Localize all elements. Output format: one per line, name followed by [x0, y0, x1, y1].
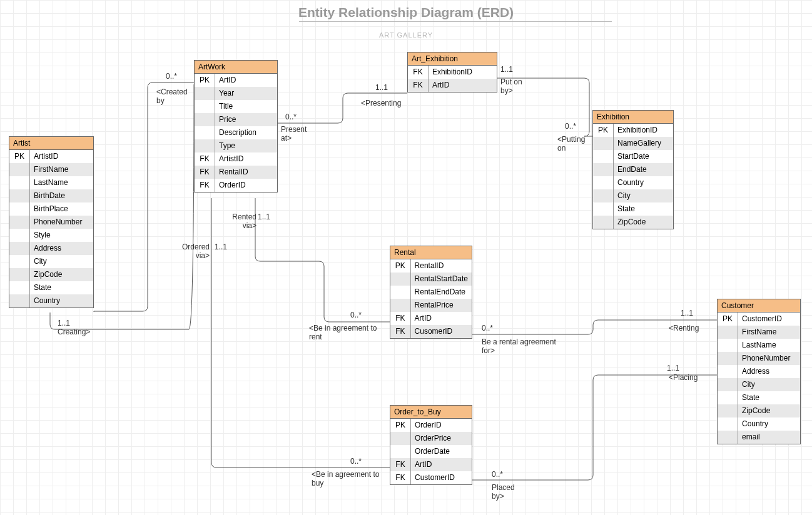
attr-cell: ZipCode [614, 216, 674, 229]
key-cell [593, 216, 614, 229]
card-artwork-artist: 0..* [166, 72, 177, 81]
attribute-row: RentalPrice [390, 299, 472, 312]
diagram-subtitle: ART GALLERY [0, 31, 812, 39]
attribute-row: LastName [9, 176, 93, 189]
key-cell [9, 242, 30, 255]
attr-cell: Price [215, 113, 278, 126]
card-buy-1: 0..* [350, 457, 362, 466]
attribute-row: Country [593, 176, 673, 189]
attr-cell: CustomerID [411, 471, 472, 484]
attribute-row: FKArtID [390, 458, 472, 471]
attribute-row: ZipCode [593, 216, 673, 229]
entity-artwork: ArtWork PKArtIDYearTitlePriceDescription… [194, 60, 278, 192]
key-cell: FK [195, 152, 215, 166]
key-cell [593, 137, 614, 150]
key-cell [718, 365, 738, 378]
card-rented: 1..1 [258, 212, 270, 221]
attribute-row: ZipCode [9, 268, 93, 281]
rel-putting-on: <Putting on [557, 135, 589, 152]
rel-ordered-via: Ordered via> [178, 242, 210, 260]
attribute-row: Style [9, 229, 93, 242]
attribute-row: Country [718, 418, 800, 431]
attribute-row: State [718, 391, 800, 404]
key-cell [390, 272, 410, 286]
key-cell [9, 281, 30, 294]
key-cell: PK [9, 150, 30, 163]
attr-cell: ArtistID [30, 150, 94, 163]
key-cell: PK [390, 419, 411, 432]
attr-cell: State [738, 391, 801, 404]
rel-present-at: Present at> [281, 125, 315, 142]
attr-cell: Country [614, 176, 674, 189]
key-cell [9, 163, 30, 176]
key-cell [593, 163, 614, 176]
attr-cell: ZipCode [738, 404, 801, 418]
entity-order-header: Order_to_Buy [390, 406, 472, 419]
key-cell [390, 299, 410, 312]
attr-cell: OrderDate [411, 445, 472, 458]
attribute-row: PKArtistID [9, 150, 93, 163]
entity-artwork-header: ArtWork [195, 61, 277, 74]
key-cell: FK [390, 325, 410, 338]
attr-cell: FirstName [738, 326, 801, 339]
key-cell [718, 418, 738, 431]
key-cell: FK [408, 79, 429, 92]
attr-cell: LastName [738, 339, 801, 352]
card-buy-2: 0..* [492, 470, 503, 479]
attribute-row: City [9, 255, 93, 268]
entity-art-exhibition: Art_Exhibition FKExhibitionIDFKArtID [407, 52, 497, 92]
attribute-row: FirstName [718, 326, 800, 339]
attr-cell: BirthPlace [30, 202, 94, 216]
rel-creating: Creating> [58, 328, 90, 336]
attr-cell: OrderID [411, 419, 472, 432]
entity-customer: Customer PKCustomerIDFirstNameLastNamePh… [717, 299, 801, 444]
entity-customer-header: Customer [718, 299, 800, 312]
rel-rented-via: Rented via> [228, 212, 256, 230]
attr-cell: RentalID [410, 259, 472, 272]
attribute-row: PKRentalID [390, 259, 472, 272]
attr-cell: OrderPrice [411, 432, 472, 445]
card-puton-2: 0..* [565, 122, 576, 131]
attribute-row: FKExhibitionID [408, 66, 497, 79]
key-cell: PK [718, 312, 738, 326]
attr-cell: CusomerID [410, 325, 472, 338]
attr-cell: ArtID [411, 458, 472, 471]
attribute-row: Country [9, 294, 93, 308]
attr-cell: Country [738, 418, 801, 431]
attr-cell: RentalID [215, 166, 278, 179]
rel-created-by: <Created by [156, 88, 191, 105]
attribute-row: OrderDate [390, 445, 472, 458]
attr-cell: PhoneNumber [30, 216, 94, 229]
attribute-row: PKExhibitionID [593, 124, 673, 137]
attr-cell: RentalEndDate [410, 286, 472, 299]
key-cell [9, 216, 30, 229]
attribute-row: email [718, 431, 800, 444]
attribute-row: Address [9, 242, 93, 255]
key-cell [9, 189, 30, 202]
key-cell: FK [408, 66, 429, 79]
attribute-row: PKCustomerID [718, 312, 800, 326]
rel-placed-by: Placed by> [492, 483, 520, 501]
attribute-row: StartDate [593, 150, 673, 163]
attribute-row: FKRentalID [195, 166, 277, 179]
attribute-row: FKCusomerID [390, 325, 472, 338]
attr-cell: ExhibitionID [614, 124, 674, 137]
attribute-row: FKArtID [408, 79, 497, 92]
attribute-row: ZipCode [718, 404, 800, 418]
key-cell: FK [390, 312, 410, 325]
entity-exhibition-header: Exhibition [593, 111, 673, 124]
attr-cell: LastName [30, 176, 94, 189]
attr-cell: State [614, 202, 674, 216]
entity-artist: Artist PKArtistIDFirstNameLastNameBirthD… [9, 136, 94, 308]
key-cell [195, 139, 215, 152]
entity-artwork-rows: PKArtIDYearTitlePriceDescriptionTypeFKAr… [195, 74, 277, 192]
card-renting-1: 1..1 [681, 309, 693, 318]
attribute-row: State [593, 202, 673, 216]
attr-cell: OrderID [215, 179, 278, 192]
key-cell [718, 352, 738, 365]
key-cell [390, 432, 411, 445]
rel-agree-rent: <Be in agreement to rent [309, 324, 390, 341]
key-cell: FK [195, 166, 215, 179]
attr-cell: email [738, 431, 801, 444]
key-cell [718, 326, 738, 339]
